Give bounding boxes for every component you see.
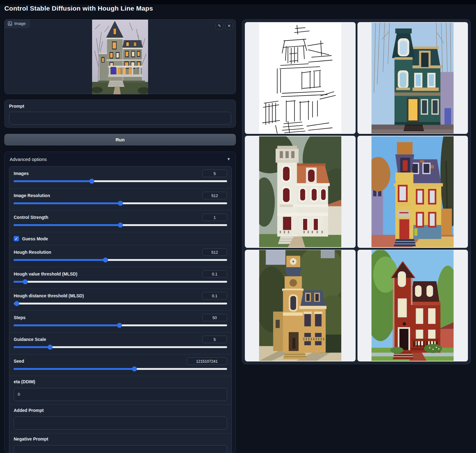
- generated-white-victorian-image: [259, 136, 341, 247]
- gallery-item-hough-line-map[interactable]: [245, 22, 356, 134]
- slider-steps-track[interactable]: [14, 324, 227, 326]
- edit-image-button[interactable]: ✎: [216, 22, 223, 30]
- slider-images-value-input[interactable]: 5: [202, 170, 227, 177]
- gallery-item-yellow-victorian[interactable]: [357, 136, 468, 248]
- slider-hough-distance-threshold-track[interactable]: [14, 303, 227, 304]
- prompt-label: Prompt: [9, 104, 231, 109]
- advanced-options-header[interactable]: Advanced options ▼: [5, 152, 236, 166]
- slider-hough-resolution-value-input[interactable]: 512: [202, 248, 227, 256]
- slider-hough-resolution: Hough Resolution 512: [9, 245, 231, 267]
- gallery-item-teal-victorian[interactable]: [357, 22, 468, 134]
- generated-yellow-victorian-image: [371, 136, 454, 247]
- slider-guidance-scale-handle[interactable]: [48, 345, 53, 350]
- slider-steps-handle[interactable]: [117, 323, 122, 328]
- slider-images-track[interactable]: [14, 180, 227, 182]
- slider-hough-resolution-track[interactable]: [14, 259, 227, 261]
- slider-hough-distance-threshold: Hough distance threshold (MLSD) 0.1: [9, 289, 231, 310]
- generated-golden-victorian-image: [259, 250, 341, 361]
- output-gallery: [242, 19, 471, 364]
- slider-seed-handle[interactable]: [132, 366, 137, 371]
- slider-hough-value-threshold-handle[interactable]: [23, 279, 28, 284]
- guess-mode-checkbox[interactable]: ✓: [14, 236, 19, 241]
- slider-seed-label: Seed: [14, 359, 24, 364]
- generated-red-brick-victorian-image: [371, 250, 454, 361]
- guess-mode-row: ✓ Guess Mode: [9, 232, 231, 245]
- slider-steps-label: Steps: [14, 315, 26, 320]
- slider-guidance-scale-label: Guidance Scale: [14, 337, 46, 342]
- slider-guidance-scale-value-input[interactable]: 5: [202, 336, 227, 343]
- slider-image-resolution: Image Resolution 512: [9, 188, 231, 210]
- slider-image-resolution-track[interactable]: [14, 202, 227, 204]
- guess-mode-label: Guess Mode: [22, 236, 48, 241]
- added-prompt-field: Added Prompt: [9, 404, 231, 433]
- slider-hough-value-threshold-track[interactable]: [14, 281, 227, 283]
- added-prompt-input[interactable]: [14, 417, 227, 430]
- slider-images-label: Images: [14, 171, 29, 176]
- checkmark-icon: ✓: [15, 237, 18, 241]
- eta-ddim-field: eta (DDIM) 0: [9, 376, 231, 404]
- advanced-options-title: Advanced options: [10, 157, 47, 162]
- slider-seed: Seed 1215107241: [9, 354, 231, 376]
- run-button[interactable]: Run: [4, 134, 236, 145]
- negative-prompt-field: Negative Prompt: [9, 433, 231, 453]
- slider-control-strength-track[interactable]: [14, 224, 227, 226]
- prompt-component: Prompt: [4, 100, 236, 128]
- advanced-options-panel: Advanced options ▼ Images 5 Image Resolu…: [4, 152, 236, 453]
- slider-control-strength-label: Control Strength: [14, 215, 48, 220]
- slider-hough-distance-threshold-value-input[interactable]: 0.1: [202, 292, 227, 300]
- input-image-preview[interactable]: [92, 20, 148, 94]
- chevron-down-icon: ▼: [227, 157, 231, 161]
- slider-hough-distance-threshold-label: Hough distance threshold (MLSD): [14, 293, 84, 298]
- slider-image-resolution-value-input[interactable]: 512: [202, 192, 227, 199]
- slider-image-resolution-handle[interactable]: [118, 201, 123, 206]
- slider-steps-value-input[interactable]: 50: [202, 314, 227, 321]
- slider-image-resolution-label: Image Resolution: [14, 193, 50, 198]
- slider-hough-value-threshold: Hough value threshold (MLSD) 0.1: [9, 267, 231, 289]
- gallery-item-red-brick-victorian[interactable]: [357, 250, 468, 361]
- image-icon: [8, 21, 12, 26]
- eta-ddim-input[interactable]: 0: [14, 388, 227, 401]
- page-title: Control Stable Diffusion with Hough Line…: [4, 5, 153, 12]
- image-input-component: Image ✎ ✕: [4, 19, 236, 94]
- slider-hough-resolution-label: Hough Resolution: [14, 250, 51, 255]
- slider-steps: Steps 50: [9, 310, 231, 332]
- slider-seed-value-input[interactable]: 1215107241: [187, 357, 227, 365]
- slider-hough-value-threshold-value-input[interactable]: 0.1: [202, 270, 227, 278]
- image-input-label-text: Image: [14, 21, 26, 26]
- slider-hough-resolution-handle[interactable]: [103, 257, 108, 262]
- slider-guidance-scale: Guidance Scale 5: [9, 332, 231, 354]
- slider-images-handle[interactable]: [89, 179, 94, 184]
- slider-seed-track[interactable]: [14, 368, 227, 370]
- slider-control-strength-handle[interactable]: [118, 223, 123, 228]
- prompt-input[interactable]: [9, 112, 231, 125]
- slider-hough-value-threshold-label: Hough value threshold (MLSD): [14, 271, 77, 276]
- hough-line-map-image: [259, 23, 341, 134]
- eta-ddim-label: eta (DDIM): [14, 379, 227, 384]
- added-prompt-label: Added Prompt: [14, 408, 227, 413]
- window-top-strip: [0, 0, 476, 4]
- slider-hough-distance-threshold-handle[interactable]: [14, 301, 19, 306]
- slider-control-strength-value-input[interactable]: 1: [202, 214, 227, 221]
- slider-control-strength: Control Strength 1: [9, 210, 231, 232]
- negative-prompt-label: Negative Prompt: [14, 436, 227, 441]
- input-house-photo: [92, 20, 148, 94]
- slider-guidance-scale-track[interactable]: [14, 346, 227, 348]
- gallery-item-white-victorian[interactable]: [245, 136, 356, 248]
- generated-teal-victorian-image: [371, 23, 454, 134]
- close-icon: ✕: [227, 24, 231, 28]
- gallery-item-golden-victorian[interactable]: [245, 250, 356, 361]
- negative-prompt-input[interactable]: [14, 445, 227, 453]
- image-input-label: Image: [4, 19, 30, 28]
- pencil-icon: ✎: [218, 24, 221, 28]
- slider-images: Images 5: [9, 167, 231, 188]
- clear-image-button[interactable]: ✕: [225, 22, 233, 30]
- advanced-options-form: Images 5 Image Resolution 512 Control St…: [9, 166, 232, 453]
